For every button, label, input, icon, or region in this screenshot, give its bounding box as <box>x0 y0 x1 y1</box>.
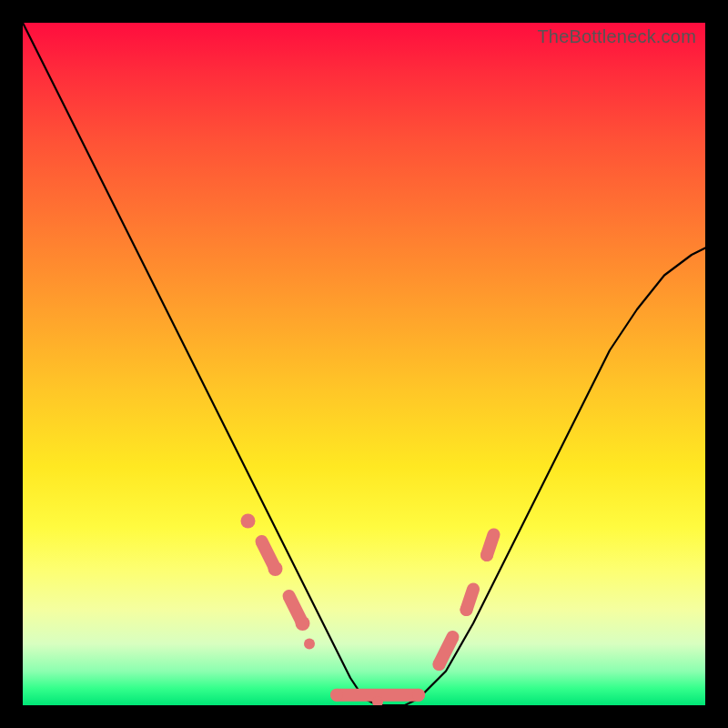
marker-dot <box>330 689 343 702</box>
bottleneck-curve <box>23 23 705 705</box>
marker-dot <box>412 689 425 702</box>
chart-frame: TheBottleneck.com <box>0 0 728 728</box>
watermark: TheBottleneck.com <box>537 26 696 47</box>
curve-markers <box>241 514 500 706</box>
marker-dot <box>241 514 256 529</box>
marker-pill <box>440 637 453 664</box>
marker-dot <box>304 639 315 650</box>
curve-overlay <box>23 23 705 705</box>
marker-pill <box>289 596 303 623</box>
marker-pill <box>262 541 276 569</box>
marker-pill <box>487 535 494 556</box>
marker-pill <box>467 590 474 611</box>
plot-area: TheBottleneck.com <box>23 23 705 705</box>
